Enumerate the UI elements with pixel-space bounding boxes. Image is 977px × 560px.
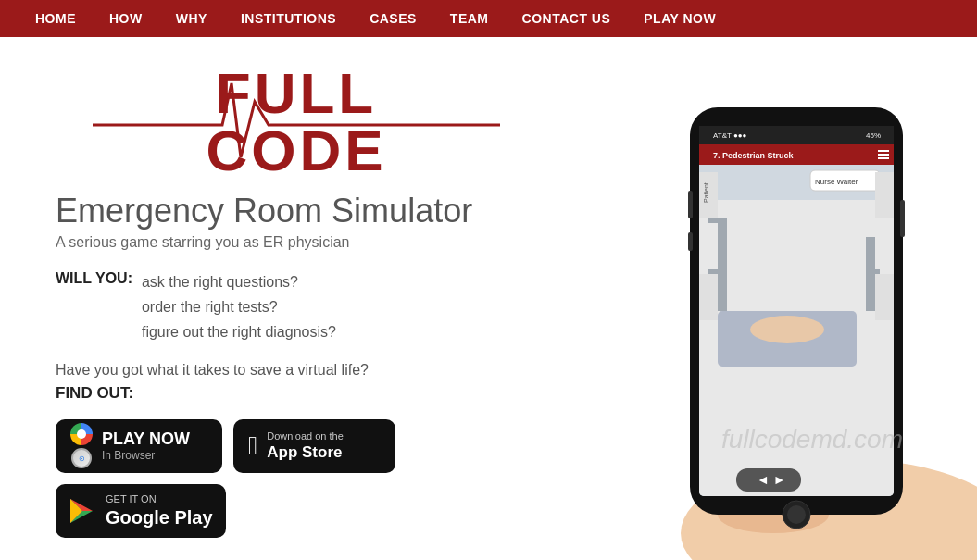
app-store-text: Download on the App Store bbox=[267, 429, 344, 462]
navigation: HOME HOW WHY INSTITUTIONS CASES TEAM CON… bbox=[0, 0, 977, 37]
app-store-line1: Download on the bbox=[267, 429, 344, 442]
nav-home[interactable]: HOME bbox=[19, 11, 93, 26]
logo-container: FULL CODE bbox=[83, 65, 509, 180]
svg-rect-28 bbox=[699, 274, 718, 320]
will-you-label: WILL YOU: bbox=[56, 269, 132, 287]
svg-text:7. Pedestrian Struck: 7. Pedestrian Struck bbox=[713, 151, 795, 160]
google-play-text: GET IT ON Google Play bbox=[106, 492, 213, 528]
nav-why[interactable]: WHY bbox=[159, 11, 224, 26]
svg-rect-22 bbox=[878, 157, 889, 159]
svg-rect-40 bbox=[900, 200, 905, 237]
svg-rect-38 bbox=[688, 191, 693, 218]
svg-text:AT&T ●●●: AT&T ●●● bbox=[713, 131, 747, 140]
svg-text:◄ ►: ◄ ► bbox=[757, 472, 786, 487]
nav-cases[interactable]: CASES bbox=[353, 11, 433, 26]
play-now-text: PLAY NOW In Browser bbox=[102, 429, 190, 463]
svg-rect-32 bbox=[875, 274, 894, 320]
app-store-line2: App Store bbox=[267, 443, 344, 462]
logo-full: FULL bbox=[216, 65, 377, 122]
svg-point-37 bbox=[787, 505, 806, 524]
logo-code: CODE bbox=[206, 122, 386, 180]
svg-text:Patient: Patient bbox=[703, 182, 709, 203]
google-play-button[interactable]: GET IT ON Google Play bbox=[56, 484, 226, 538]
will-you-row: WILL YOU: ask the right questions? order… bbox=[56, 269, 336, 345]
will-you-questions: ask the right questions? order the right… bbox=[142, 269, 336, 345]
question-1: ask the right questions? bbox=[142, 269, 336, 294]
will-you-section: WILL YOU: ask the right questions? order… bbox=[56, 269, 336, 345]
nav-how[interactable]: HOW bbox=[93, 11, 159, 26]
nav-contact[interactable]: CONTACT US bbox=[506, 11, 628, 26]
svg-rect-20 bbox=[878, 150, 889, 152]
browser-icons: ⊙ bbox=[70, 423, 93, 468]
chrome-icon bbox=[70, 423, 93, 445]
svg-rect-21 bbox=[878, 154, 889, 156]
logo-text: FULL CODE bbox=[206, 65, 386, 180]
svg-rect-39 bbox=[688, 232, 693, 251]
find-out-text: FIND OUT: bbox=[56, 384, 133, 403]
logo-area: FULL CODE bbox=[56, 65, 537, 175]
app-store-button[interactable]:  Download on the App Store bbox=[233, 419, 395, 473]
play-now-button[interactable]: ⊙ PLAY NOW In Browser bbox=[56, 419, 222, 473]
right-panel: AT&T ●●● 45% 7. Pedestrian Struck Nurse … bbox=[574, 37, 977, 560]
question-3: figure out the right diagnosis? bbox=[142, 319, 336, 344]
question-2: order the right tests? bbox=[142, 294, 336, 319]
svg-rect-29 bbox=[699, 325, 718, 371]
nav-team[interactable]: TEAM bbox=[433, 11, 506, 26]
nav-institutions[interactable]: INSTITUTIONS bbox=[224, 11, 353, 26]
watermark-text: fullcodemd.com bbox=[721, 425, 903, 454]
apple-icon:  bbox=[248, 433, 257, 459]
google-play-line1: GET IT ON bbox=[106, 492, 213, 505]
svg-rect-33 bbox=[875, 325, 894, 371]
phone-mockup-svg: AT&T ●●● 45% 7. Pedestrian Struck Nurse … bbox=[574, 52, 977, 560]
svg-text:Nurse Walter: Nurse Walter bbox=[815, 178, 858, 186]
svg-point-12 bbox=[750, 316, 824, 343]
nav-play[interactable]: PLAY NOW bbox=[627, 11, 733, 26]
play-now-line1: PLAY NOW bbox=[102, 429, 190, 450]
svg-rect-31 bbox=[875, 223, 894, 269]
main-content: FULL CODE Emergency Room Simulator A ser… bbox=[0, 37, 977, 560]
google-play-line2: Google Play bbox=[106, 506, 213, 529]
hero-title: Emergency Room Simulator bbox=[56, 192, 472, 230]
save-life-text: Have you got what it takes to save a vir… bbox=[56, 362, 369, 379]
google-play-icon bbox=[69, 497, 96, 525]
play-now-line2: In Browser bbox=[102, 449, 190, 462]
hero-subtitle: A serious game starring you as ER physic… bbox=[56, 234, 349, 251]
buttons-row: ⊙ PLAY NOW In Browser  Download on the … bbox=[56, 419, 537, 538]
svg-rect-27 bbox=[699, 223, 718, 269]
svg-rect-30 bbox=[875, 172, 894, 218]
safari-icon: ⊙ bbox=[71, 448, 92, 468]
svg-text:45%: 45% bbox=[866, 131, 881, 140]
left-panel: FULL CODE Emergency Room Simulator A ser… bbox=[0, 37, 574, 560]
